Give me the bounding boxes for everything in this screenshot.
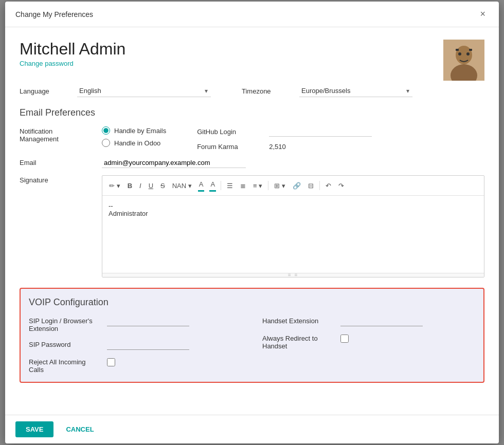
timezone-select-wrapper: Europe/Brussels UTC America/New_York Asi… xyxy=(299,85,412,97)
signature-row: Signature ✏ ▾ B I U S NAN ▾ A xyxy=(20,175,484,277)
signature-line1: -- xyxy=(109,202,478,210)
underline-button[interactable]: U xyxy=(146,180,156,191)
forum-item: Forum Karma 2,510 xyxy=(197,143,372,151)
sip-password-label: SIP Password xyxy=(29,340,101,348)
github-input[interactable] xyxy=(269,126,372,137)
font-color-button[interactable]: A xyxy=(196,179,206,192)
forum-label: Forum Karma xyxy=(197,143,259,151)
svg-point-3 xyxy=(458,52,461,55)
reject-calls-checkbox[interactable] xyxy=(107,358,115,366)
timezone-group: Timezone Europe/Brussels UTC America/New… xyxy=(242,85,412,97)
github-label: GitHub Login xyxy=(197,128,259,136)
align-button[interactable]: ≡ ▾ xyxy=(250,180,265,191)
always-redirect-label: Always Redirect toHandset xyxy=(262,333,334,350)
handle-by-emails-radio[interactable]: Handle by Emails xyxy=(102,126,166,135)
ordered-list-button[interactable]: ≣ xyxy=(238,180,248,191)
email-prefs-section: Email Preferences NotificationManagement… xyxy=(20,107,484,277)
notification-label: NotificationManagement xyxy=(20,126,102,143)
avatar xyxy=(443,40,484,81)
notification-row: NotificationManagement Handle by Emails … xyxy=(20,126,484,151)
handle-in-odoo-radio[interactable]: Handle in Odoo xyxy=(102,139,166,147)
cancel-button[interactable]: CANCEL xyxy=(58,421,102,437)
pen-tool-button[interactable]: ✏ ▾ xyxy=(106,180,123,191)
user-name: Mitchell Admin xyxy=(20,40,125,59)
user-info: Mitchell Admin Change password xyxy=(20,40,125,78)
modal-header: Change My Preferences × xyxy=(5,2,499,27)
svg-rect-6 xyxy=(469,49,472,51)
close-button[interactable]: × xyxy=(477,8,489,21)
redo-button[interactable]: ↷ xyxy=(336,180,347,191)
handle-in-odoo-label: Handle in Odoo xyxy=(114,139,160,147)
signature-line2: Administrator xyxy=(109,210,478,217)
email-label: Email xyxy=(20,158,102,166)
editor-resize-handle[interactable]: = = xyxy=(102,273,484,277)
modal-title: Change My Preferences xyxy=(15,10,93,18)
link-button[interactable]: 🔗 xyxy=(290,180,303,191)
italic-button[interactable]: I xyxy=(137,180,144,191)
timezone-select[interactable]: Europe/Brussels UTC America/New_York Asi… xyxy=(299,85,412,97)
sip-password-field: SIP Password xyxy=(29,340,242,350)
voip-section: VOIP Configuration SIP Login / Browser's… xyxy=(20,288,484,383)
table-button[interactable]: ⊞ ▾ xyxy=(272,180,288,191)
signature-editor: ✏ ▾ B I U S NAN ▾ A A xyxy=(102,175,484,277)
always-redirect-field: Always Redirect toHandset xyxy=(262,333,475,350)
signature-label: Signature xyxy=(20,175,102,184)
svg-point-4 xyxy=(466,52,470,55)
change-password-link[interactable]: Change password xyxy=(20,60,74,67)
toolbar-separator-3 xyxy=(319,181,320,190)
handle-in-odoo-input[interactable] xyxy=(102,139,110,147)
modal-footer: SAVE CANCEL xyxy=(5,415,499,443)
strikethrough-button[interactable]: S xyxy=(158,180,168,191)
handset-extension-input[interactable] xyxy=(340,316,423,326)
timezone-label: Timezone xyxy=(242,87,293,95)
nan-button[interactable]: NAN ▾ xyxy=(170,180,194,191)
github-forum-group: GitHub Login Forum Karma 2,510 xyxy=(197,126,372,151)
github-item: GitHub Login xyxy=(197,126,372,137)
sip-login-field: SIP Login / Browser'sExtension xyxy=(29,316,242,332)
image-button[interactable]: ⊟ xyxy=(305,180,316,191)
highlight-button[interactable]: A xyxy=(208,179,218,192)
user-header: Mitchell Admin Change password xyxy=(20,40,484,81)
highlight-underline xyxy=(209,190,216,192)
language-select[interactable]: English French German Spanish xyxy=(77,85,211,97)
email-row: Email xyxy=(20,158,484,168)
editor-content-area[interactable]: -- Administrator xyxy=(102,196,484,273)
bold-button[interactable]: B xyxy=(125,180,135,191)
language-group: Language English French German Spanish xyxy=(20,85,211,97)
language-select-wrapper: English French German Spanish xyxy=(77,85,211,97)
modal-body: Mitchell Admin Change password Lan xyxy=(5,27,499,415)
email-prefs-title: Email Preferences xyxy=(20,107,484,118)
email-input[interactable] xyxy=(102,158,246,168)
toolbar-separator-2 xyxy=(268,181,268,190)
handle-by-emails-label: Handle by Emails xyxy=(114,127,166,135)
always-redirect-checkbox[interactable] xyxy=(340,335,349,343)
reject-calls-field: Reject All IncomingCalls xyxy=(29,357,242,374)
svg-rect-5 xyxy=(456,49,459,51)
voip-grid: SIP Login / Browser'sExtension SIP Passw… xyxy=(29,316,475,374)
preferences-modal: Change My Preferences × Mitchell Admin C… xyxy=(5,2,499,443)
reject-calls-label: Reject All IncomingCalls xyxy=(29,357,101,374)
signature-editor-wrapper: ✏ ▾ B I U S NAN ▾ A A xyxy=(102,175,484,277)
resize-dots: = = xyxy=(288,272,298,278)
font-color-underline xyxy=(198,190,205,192)
sip-password-input[interactable] xyxy=(107,340,189,350)
voip-left-col: SIP Login / Browser'sExtension SIP Passw… xyxy=(29,316,242,374)
toolbar-separator-1 xyxy=(221,181,221,190)
undo-button[interactable]: ↶ xyxy=(323,180,334,191)
notification-radio-group: Handle by Emails Handle in Odoo xyxy=(102,126,166,151)
voip-title: VOIP Configuration xyxy=(29,297,475,308)
sip-login-input[interactable] xyxy=(107,316,189,326)
handset-extension-label: Handset Extension xyxy=(262,316,334,325)
language-timezone-row: Language English French German Spanish T… xyxy=(20,85,484,97)
handset-extension-field: Handset Extension xyxy=(262,316,475,326)
save-button[interactable]: SAVE xyxy=(15,421,53,437)
language-label: Language xyxy=(20,87,71,95)
editor-toolbar: ✏ ▾ B I U S NAN ▾ A A xyxy=(102,176,484,196)
handle-by-emails-input[interactable] xyxy=(102,126,110,135)
forum-value: 2,510 xyxy=(269,143,286,151)
sip-login-label: SIP Login / Browser'sExtension xyxy=(29,316,101,332)
voip-right-col: Handset Extension Always Redirect toHand… xyxy=(262,316,475,374)
unordered-list-button[interactable]: ☰ xyxy=(224,180,236,191)
